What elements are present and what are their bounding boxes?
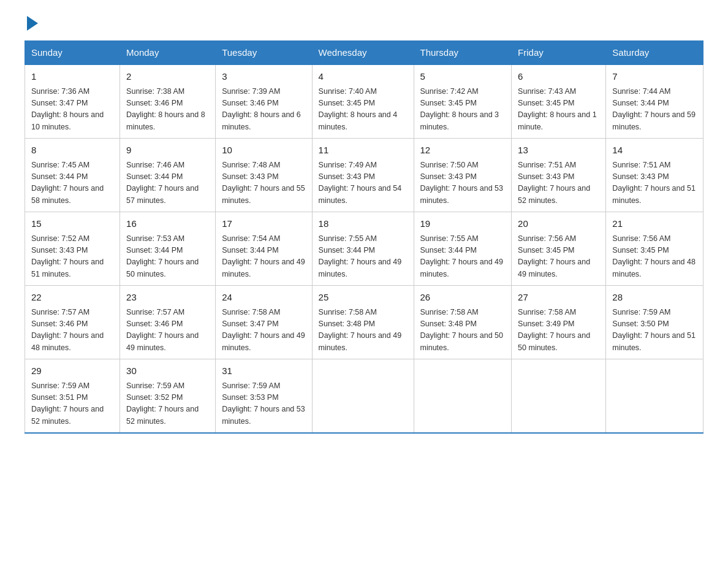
calendar-header-row: SundayMondayTuesdayWednesdayThursdayFrid… [25,41,703,65]
logo-arrow-icon [27,16,38,31]
day-number: 26 [420,291,506,305]
logo [25,18,40,28]
day-number: 2 [126,70,209,84]
calendar-cell: 15 Sunrise: 7:52 AM Sunset: 3:43 PM Dayl… [25,212,120,286]
day-number: 15 [31,217,113,231]
day-number: 7 [612,70,697,84]
calendar-header-tuesday: Tuesday [216,41,312,65]
calendar-cell: 2 Sunrise: 7:38 AM Sunset: 3:46 PM Dayli… [120,64,216,139]
day-info: Sunrise: 7:55 AM Sunset: 3:44 PM Dayligh… [319,233,408,281]
day-info: Sunrise: 7:36 AM Sunset: 3:47 PM Dayligh… [31,86,113,134]
day-number: 25 [319,291,408,305]
day-number: 18 [319,217,408,231]
calendar-header-friday: Friday [512,41,606,65]
calendar-week-row-3: 15 Sunrise: 7:52 AM Sunset: 3:43 PM Dayl… [25,212,703,286]
day-number: 17 [222,217,305,231]
day-info: Sunrise: 7:52 AM Sunset: 3:43 PM Dayligh… [31,233,113,281]
calendar-cell: 26 Sunrise: 7:58 AM Sunset: 3:48 PM Dayl… [414,286,512,359]
calendar-cell: 22 Sunrise: 7:57 AM Sunset: 3:46 PM Dayl… [25,286,120,359]
day-number: 23 [126,291,209,305]
calendar-cell: 28 Sunrise: 7:59 AM Sunset: 3:50 PM Dayl… [606,286,703,359]
day-info: Sunrise: 7:40 AM Sunset: 3:45 PM Dayligh… [319,86,408,134]
calendar-cell: 12 Sunrise: 7:50 AM Sunset: 3:43 PM Dayl… [414,139,512,212]
calendar-table: SundayMondayTuesdayWednesdayThursdayFrid… [25,40,703,434]
calendar-cell [606,359,703,434]
calendar-cell: 31 Sunrise: 7:59 AM Sunset: 3:53 PM Dayl… [216,359,312,434]
day-number: 21 [612,217,697,231]
day-number: 27 [518,291,599,305]
day-info: Sunrise: 7:38 AM Sunset: 3:46 PM Dayligh… [126,86,209,134]
day-info: Sunrise: 7:48 AM Sunset: 3:43 PM Dayligh… [222,159,305,207]
day-number: 12 [420,144,506,158]
day-number: 1 [31,70,113,84]
day-info: Sunrise: 7:43 AM Sunset: 3:45 PM Dayligh… [518,86,599,134]
calendar-cell [414,359,512,434]
day-info: Sunrise: 7:54 AM Sunset: 3:44 PM Dayligh… [222,233,305,281]
day-number: 3 [222,70,305,84]
day-info: Sunrise: 7:50 AM Sunset: 3:43 PM Dayligh… [420,159,506,207]
day-info: Sunrise: 7:58 AM Sunset: 3:48 PM Dayligh… [319,307,408,354]
calendar-week-row-1: 1 Sunrise: 7:36 AM Sunset: 3:47 PM Dayli… [25,64,703,139]
calendar-cell: 19 Sunrise: 7:55 AM Sunset: 3:44 PM Dayl… [414,212,512,286]
calendar-cell: 10 Sunrise: 7:48 AM Sunset: 3:43 PM Dayl… [216,139,312,212]
day-info: Sunrise: 7:56 AM Sunset: 3:45 PM Dayligh… [518,233,599,281]
day-number: 6 [518,70,599,84]
calendar-cell: 23 Sunrise: 7:57 AM Sunset: 3:46 PM Dayl… [120,286,216,359]
calendar-cell: 30 Sunrise: 7:59 AM Sunset: 3:52 PM Dayl… [120,359,216,434]
calendar-header-saturday: Saturday [606,41,703,65]
day-info: Sunrise: 7:57 AM Sunset: 3:46 PM Dayligh… [126,307,209,354]
day-info: Sunrise: 7:46 AM Sunset: 3:44 PM Dayligh… [126,159,209,207]
day-info: Sunrise: 7:59 AM Sunset: 3:52 PM Dayligh… [126,380,209,428]
calendar-header-thursday: Thursday [414,41,512,65]
calendar-week-row-2: 8 Sunrise: 7:45 AM Sunset: 3:44 PM Dayli… [25,139,703,212]
calendar-cell: 27 Sunrise: 7:58 AM Sunset: 3:49 PM Dayl… [512,286,606,359]
day-number: 24 [222,291,305,305]
day-info: Sunrise: 7:58 AM Sunset: 3:47 PM Dayligh… [222,307,305,354]
header [25,18,703,28]
day-info: Sunrise: 7:49 AM Sunset: 3:43 PM Dayligh… [319,159,408,207]
calendar-header-monday: Monday [120,41,216,65]
day-info: Sunrise: 7:57 AM Sunset: 3:46 PM Dayligh… [31,307,113,354]
day-info: Sunrise: 7:58 AM Sunset: 3:48 PM Dayligh… [420,307,506,354]
day-number: 9 [126,144,209,158]
calendar-cell: 7 Sunrise: 7:44 AM Sunset: 3:44 PM Dayli… [606,64,703,139]
calendar-cell: 11 Sunrise: 7:49 AM Sunset: 3:43 PM Dayl… [312,139,414,212]
day-info: Sunrise: 7:39 AM Sunset: 3:46 PM Dayligh… [222,86,305,134]
calendar-cell: 29 Sunrise: 7:59 AM Sunset: 3:51 PM Dayl… [25,359,120,434]
day-number: 20 [518,217,599,231]
calendar-cell: 3 Sunrise: 7:39 AM Sunset: 3:46 PM Dayli… [216,64,312,139]
day-info: Sunrise: 7:51 AM Sunset: 3:43 PM Dayligh… [612,159,697,207]
calendar-cell: 8 Sunrise: 7:45 AM Sunset: 3:44 PM Dayli… [25,139,120,212]
calendar-cell: 14 Sunrise: 7:51 AM Sunset: 3:43 PM Dayl… [606,139,703,212]
day-number: 4 [319,70,408,84]
calendar-week-row-5: 29 Sunrise: 7:59 AM Sunset: 3:51 PM Dayl… [25,359,703,434]
calendar-cell: 9 Sunrise: 7:46 AM Sunset: 3:44 PM Dayli… [120,139,216,212]
day-info: Sunrise: 7:45 AM Sunset: 3:44 PM Dayligh… [31,159,113,207]
day-info: Sunrise: 7:42 AM Sunset: 3:45 PM Dayligh… [420,86,506,134]
day-info: Sunrise: 7:44 AM Sunset: 3:44 PM Dayligh… [612,86,697,134]
day-number: 8 [31,144,113,158]
day-number: 22 [31,291,113,305]
calendar-cell: 24 Sunrise: 7:58 AM Sunset: 3:47 PM Dayl… [216,286,312,359]
calendar-cell: 4 Sunrise: 7:40 AM Sunset: 3:45 PM Dayli… [312,64,414,139]
day-number: 14 [612,144,697,158]
day-info: Sunrise: 7:59 AM Sunset: 3:53 PM Dayligh… [222,380,305,428]
calendar-cell: 13 Sunrise: 7:51 AM Sunset: 3:43 PM Dayl… [512,139,606,212]
day-number: 29 [31,364,113,378]
day-info: Sunrise: 7:58 AM Sunset: 3:49 PM Dayligh… [518,307,599,354]
day-number: 13 [518,144,599,158]
day-info: Sunrise: 7:53 AM Sunset: 3:44 PM Dayligh… [126,233,209,281]
calendar-cell: 5 Sunrise: 7:42 AM Sunset: 3:45 PM Dayli… [414,64,512,139]
calendar-cell [512,359,606,434]
calendar-cell: 17 Sunrise: 7:54 AM Sunset: 3:44 PM Dayl… [216,212,312,286]
day-number: 19 [420,217,506,231]
day-number: 30 [126,364,209,378]
calendar-cell: 18 Sunrise: 7:55 AM Sunset: 3:44 PM Dayl… [312,212,414,286]
calendar-header-wednesday: Wednesday [312,41,414,65]
calendar-cell: 1 Sunrise: 7:36 AM Sunset: 3:47 PM Dayli… [25,64,120,139]
day-info: Sunrise: 7:55 AM Sunset: 3:44 PM Dayligh… [420,233,506,281]
day-info: Sunrise: 7:51 AM Sunset: 3:43 PM Dayligh… [518,159,599,207]
calendar-cell: 16 Sunrise: 7:53 AM Sunset: 3:44 PM Dayl… [120,212,216,286]
calendar-week-row-4: 22 Sunrise: 7:57 AM Sunset: 3:46 PM Dayl… [25,286,703,359]
day-info: Sunrise: 7:59 AM Sunset: 3:50 PM Dayligh… [612,307,697,354]
